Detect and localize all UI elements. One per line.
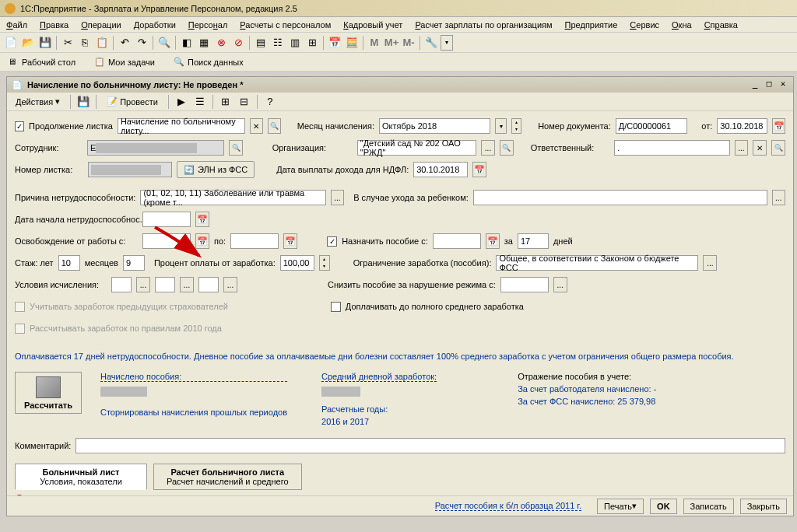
ok-button[interactable]: OK bbox=[650, 499, 677, 514]
continuation-field[interactable]: Начисление по больничному листу... bbox=[118, 118, 245, 134]
m-icon[interactable]: M bbox=[367, 35, 382, 51]
doc-icon-3[interactable]: ⊞ bbox=[218, 94, 233, 110]
responsible-select-icon[interactable]: ... bbox=[735, 140, 749, 156]
calculate-button[interactable]: Рассчитать bbox=[15, 372, 82, 414]
print-button[interactable]: Печать ▾ bbox=[597, 499, 644, 514]
month-field[interactable]: Октябрь 2018 bbox=[379, 118, 490, 134]
percent-spin[interactable]: ▴▾ bbox=[319, 255, 330, 271]
menu-service[interactable]: Сервис bbox=[627, 19, 662, 31]
stage-months-field[interactable]: 9 bbox=[123, 255, 145, 271]
menu-personnel[interactable]: Персонал bbox=[185, 19, 231, 31]
menu-edit[interactable]: Правка bbox=[37, 19, 72, 31]
continuation-checkbox[interactable]: ✓ bbox=[15, 121, 24, 131]
menu-file[interactable]: Файл bbox=[3, 19, 30, 31]
responsible-lookup-icon[interactable]: 🔍 bbox=[771, 140, 785, 156]
tab-sick-calc[interactable]: Расчет больничного листа Расчет начислен… bbox=[153, 464, 302, 490]
actions-button[interactable]: Действия ▾ bbox=[10, 94, 65, 110]
full-avg-checkbox[interactable] bbox=[331, 302, 341, 312]
tab-search[interactable]: 🔍 Поиск данных bbox=[169, 55, 248, 69]
cond3-field[interactable] bbox=[198, 277, 219, 292]
disability-start-field[interactable] bbox=[142, 212, 191, 227]
release-from-field[interactable] bbox=[142, 233, 191, 249]
employee-field[interactable]: Е bbox=[87, 140, 224, 156]
wrench-dropdown[interactable]: ▾ bbox=[441, 35, 453, 51]
month-spin[interactable]: ▴▾ bbox=[511, 118, 521, 134]
tb-icon-6[interactable]: ☷ bbox=[270, 35, 286, 51]
cond2-select-icon[interactable]: ... bbox=[180, 277, 194, 292]
redo-icon[interactable]: ↷ bbox=[134, 35, 149, 51]
start-calendar-icon[interactable]: 📅 bbox=[195, 212, 209, 227]
tb-icon-2[interactable]: ▦ bbox=[196, 35, 212, 51]
employee-select-icon[interactable]: 🔍 bbox=[229, 140, 243, 156]
tb-icon-3[interactable]: ⊗ bbox=[213, 35, 229, 51]
percent-field[interactable]: 100,00 bbox=[280, 255, 314, 271]
tb-icon-10[interactable]: 🧮 bbox=[344, 35, 360, 51]
month-dropdown-icon[interactable]: ▾ bbox=[495, 118, 507, 134]
cond3-select-icon[interactable]: ... bbox=[223, 277, 237, 292]
continuation-select-icon[interactable]: 🔍 bbox=[268, 118, 281, 134]
assign-date-field[interactable] bbox=[433, 233, 481, 249]
release-from-calendar-icon[interactable]: 📅 bbox=[195, 233, 209, 249]
undo-icon[interactable]: ↶ bbox=[117, 35, 132, 51]
ndfl-calendar-icon[interactable]: 📅 bbox=[472, 162, 486, 177]
calendar-icon[interactable]: 📅 bbox=[327, 35, 342, 51]
menu-payroll[interactable]: Расчет зарплаты по организациям bbox=[412, 19, 555, 31]
doc-save-icon[interactable]: 💾 bbox=[75, 94, 91, 110]
m-minus-icon[interactable]: M- bbox=[401, 35, 416, 51]
tb-icon-8[interactable]: ⊞ bbox=[304, 35, 320, 51]
menu-custom[interactable]: Доработки bbox=[131, 19, 179, 31]
tb-icon-7[interactable]: ▥ bbox=[287, 35, 303, 51]
responsible-field[interactable]: . bbox=[614, 140, 729, 156]
tb-icon-4[interactable]: ⊘ bbox=[230, 35, 246, 51]
tab-tasks[interactable]: 📋 Мои задачи bbox=[90, 55, 160, 69]
release-to-calendar-icon[interactable]: 📅 bbox=[283, 233, 297, 249]
copy-icon[interactable]: ⎘ bbox=[77, 35, 93, 51]
doc-icon-1[interactable]: ▶ bbox=[174, 94, 189, 110]
menu-calc[interactable]: Расчеты с персоналом bbox=[237, 19, 334, 31]
m-plus-icon[interactable]: M+ bbox=[384, 35, 399, 51]
minimize-icon[interactable]: _ bbox=[750, 79, 760, 90]
find-icon[interactable]: 🔍 bbox=[156, 35, 172, 51]
org-lookup-icon[interactable]: 🔍 bbox=[500, 140, 514, 156]
new-icon[interactable]: 📄 bbox=[3, 35, 19, 51]
menu-help[interactable]: Справка bbox=[701, 19, 741, 31]
continuation-clear-icon[interactable]: ✕ bbox=[250, 118, 263, 134]
assign-checkbox[interactable]: ✓ bbox=[327, 236, 337, 247]
cond1-field[interactable] bbox=[111, 277, 132, 292]
paste-icon[interactable]: 📋 bbox=[94, 35, 110, 51]
reduce-select-icon[interactable]: ... bbox=[553, 277, 567, 292]
limit-select-icon[interactable]: ... bbox=[703, 255, 717, 271]
menu-ops[interactable]: Операции bbox=[78, 19, 124, 31]
menu-hr[interactable]: Кадровый учет bbox=[340, 19, 406, 31]
reason-field[interactable]: (01, 02, 10, 11) Заболевание или травма … bbox=[140, 190, 325, 205]
close-icon[interactable]: ✕ bbox=[778, 79, 788, 90]
stage-years-field[interactable]: 10 bbox=[58, 255, 80, 271]
limit-field[interactable]: Общее, в соответствии с Законом о бюджет… bbox=[496, 255, 698, 271]
menu-windows[interactable]: Окна bbox=[669, 19, 695, 31]
doc-icon-4[interactable]: ⊟ bbox=[237, 94, 252, 110]
reduce-date-field[interactable] bbox=[500, 277, 549, 292]
storno-link[interactable]: Сторнированы начисления прошлых периодов bbox=[100, 408, 287, 417]
ndfl-date-field[interactable]: 30.10.2018 bbox=[413, 162, 468, 177]
save-button[interactable]: Записать bbox=[683, 499, 734, 514]
post-button[interactable]: 📝 Провести bbox=[101, 94, 163, 110]
tab-sick-leave[interactable]: Больничный лист Условия, показатели bbox=[15, 464, 147, 490]
calc2011-link[interactable]: Расчет пособия к б/л образца 2011 г. bbox=[435, 501, 581, 511]
save-icon[interactable]: 💾 bbox=[37, 35, 53, 51]
open-icon[interactable]: 📂 bbox=[20, 35, 36, 51]
child-select-icon[interactable]: ... bbox=[772, 190, 785, 205]
prev-insurers-checkbox[interactable] bbox=[15, 302, 25, 312]
tab-desktop[interactable]: 🖥 Рабочий стол bbox=[3, 55, 80, 69]
close-button[interactable]: Закрыть bbox=[740, 499, 787, 514]
cut-icon[interactable]: ✂ bbox=[60, 35, 75, 51]
release-to-field[interactable] bbox=[230, 233, 279, 249]
org-field[interactable]: "Детский сад № 202 ОАО "РЖД" bbox=[357, 140, 476, 156]
cond1-select-icon[interactable]: ... bbox=[136, 277, 150, 292]
from-calendar-icon[interactable]: 📅 bbox=[772, 118, 785, 134]
wrench-icon[interactable]: 🔧 bbox=[423, 35, 439, 51]
rules2010-checkbox[interactable] bbox=[15, 324, 25, 334]
menu-enterprise[interactable]: Предприятие bbox=[562, 19, 621, 31]
eln-fss-button[interactable]: 🔄 ЭЛН из ФСС bbox=[177, 161, 255, 178]
assign-calendar-icon[interactable]: 📅 bbox=[486, 233, 500, 249]
reason-select-icon[interactable]: ... bbox=[331, 190, 344, 205]
